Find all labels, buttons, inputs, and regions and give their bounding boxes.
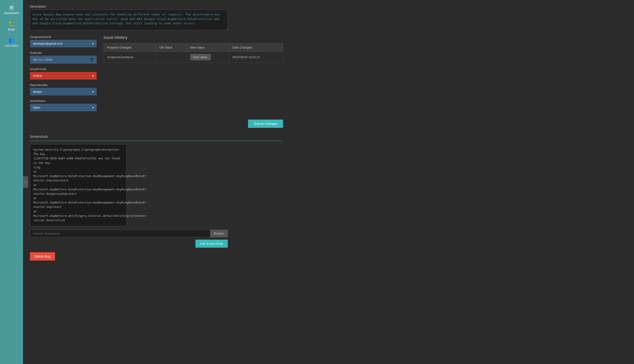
sidebar-item-label-bugs: Bugs [8,28,15,31]
cell-date-changed: 09/10/2020 15:52:27 [229,52,283,63]
add-screenshots-button[interactable]: Add ScreenShots [195,240,228,248]
cell-old-value [156,52,187,63]
issue-history-col: Issue History Property Changed Old Value… [104,35,283,115]
screenshots-section: Screenshots System.Security.Cryptography… [30,135,283,248]
priority-group: IssuePriority Critical High Medium Low [30,67,97,80]
col-date-changed: Date Changed [229,44,283,52]
new-value-badge: New Value [190,54,211,60]
reproducible-select-wrapper: always sometimes rarely [30,88,97,96]
history-table-header-row: Property Changed Old Value New Value Dat… [104,44,283,52]
bugs-icon: 🐛 [9,22,15,26]
browse-button[interactable]: Browse [210,230,228,237]
sidebar-item-list-users[interactable]: 👥 List Users [0,35,23,50]
priority-label: IssuePriority [30,67,97,71]
cell-new-value: New Value [187,52,229,63]
submit-row: Submit Changes [30,120,283,128]
col-new-value: New Value [187,44,229,52]
delete-row: Delete Bug [30,252,228,268]
left-form-col: AssigneeUserId developer@gmail.com DueDa… [30,35,97,115]
description-textarea[interactable]: Since Google App Engine uses two instanc… [30,10,228,30]
submit-changes-button[interactable]: Submit Changes [248,120,283,128]
reproducible-label: Reproducible [30,83,97,87]
status-select-wrapper: Open In Progress Resolved Closed [30,104,97,111]
assignee-select-wrapper: developer@gmail.com [30,40,97,47]
status-select[interactable]: Open In Progress Resolved Closed [30,104,97,111]
table-row: AssigneeUserName New Value 09/10/2020 15… [104,52,283,63]
issue-history-title: Issue History [104,35,283,40]
add-screenshots-row: Add ScreenShots [30,240,228,248]
file-input-row: Browse [30,230,228,237]
two-col-layout: AssigneeUserId developer@gmail.com DueDa… [30,35,283,115]
assignee-group: AssigneeUserId developer@gmail.com [30,35,97,47]
assignee-label: AssigneeUserId [30,35,97,39]
priority-select[interactable]: Critical High Medium Low [30,72,97,80]
description-label: Description [30,4,627,8]
reproducible-group: Reproducible always sometimes rarely [30,83,97,96]
dashboard-icon: ⊞ [10,5,14,10]
sidebar-item-label-dashboard: Dashboard [4,11,19,15]
screenshot-file-input[interactable] [30,230,210,237]
description-group: Description Since Google App Engine uses… [30,4,627,31]
sidebar-item-bugs[interactable]: 🐛 Bugs [0,19,23,34]
sidebar: ⊞ Dashboard 🐛 Bugs 👥 List Users [0,0,23,364]
col-old-value: Old Value [156,44,187,52]
sidebar-item-label-users: List Users [5,44,18,47]
duedate-group: DueDate [30,51,97,64]
reproducible-select[interactable]: always sometimes rarely [30,88,97,96]
list-users-icon: 👥 [9,38,15,43]
cell-property: AssigneeUserName [104,52,156,63]
delete-bug-button[interactable]: Delete Bug [30,252,55,260]
screenshots-label: Screenshots [30,135,283,138]
status-group: IssueStatus Open In Progress Resolved Cl… [30,99,97,111]
screenshots-divider [30,141,283,141]
sidebar-item-dashboard[interactable]: ⊞ Dashboard [0,2,23,18]
history-table: Property Changed Old Value New Value Dat… [104,43,283,63]
main-content: Description Since Google App Engine uses… [23,0,634,364]
duedate-label: DueDate [30,51,97,54]
assignee-select[interactable]: developer@gmail.com [30,40,97,47]
status-label: IssueStatus [30,99,97,102]
col-property-changed: Property Changed [104,44,156,52]
duedate-input[interactable] [30,56,97,64]
priority-select-wrapper: Critical High Medium Low [30,72,97,80]
screenshot-code-box: System.Security.Cryptography.Cryptograph… [30,144,127,226]
